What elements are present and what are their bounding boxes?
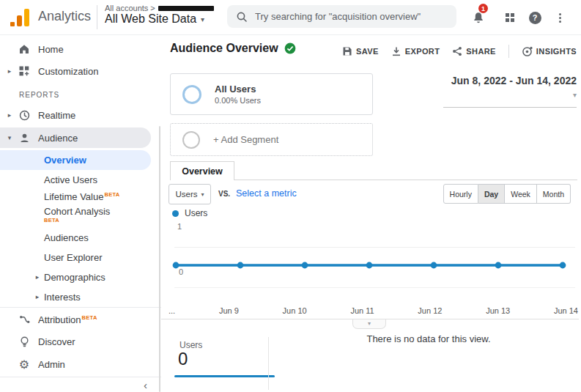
segment-detail: 0.00% Users [215, 96, 261, 105]
users-sparkline [174, 375, 275, 377]
vs-label: VS. [218, 190, 230, 198]
date-range-text: Jun 8, 2022 - Jun 14, 2022 [451, 75, 577, 86]
date-range-selector[interactable]: Jun 8, 2022 - Jun 14, 2022 ▾ [443, 74, 577, 108]
download-icon [391, 46, 401, 56]
sidebar-scrollbar[interactable] [159, 126, 160, 392]
product-name: Analytics [38, 9, 91, 24]
breadcrumb: All accounts > [105, 4, 214, 12]
sidebar-item-cohort-analysis[interactable]: Cohort Analysis BETA [0, 205, 151, 229]
property-selector[interactable]: All Web Site Data ▾ [105, 12, 204, 26]
sidebar-divider [0, 377, 161, 377]
sidebar-collapse-button[interactable]: ‹ [144, 379, 147, 391]
tab-overview[interactable]: Overview [170, 161, 234, 180]
chart-collapse-tab[interactable]: ▾ [352, 319, 386, 329]
x-axis-label: Jun 12 [418, 306, 442, 315]
sidebar-nav: Home ▸ Customization REPORTS ▸ [0, 35, 161, 392]
beta-badge: BETA [82, 314, 97, 321]
apps-menu-button[interactable] [501, 9, 519, 26]
more-options-button[interactable] [551, 9, 569, 26]
chevron-down-icon: ▾ [201, 191, 204, 198]
verified-check-icon [284, 42, 296, 54]
collapse-arrow-icon: ▾ [6, 134, 13, 141]
add-segment-label: + Add Segment [213, 134, 278, 145]
home-icon [18, 42, 31, 56]
segment-card-all-users[interactable]: All Users 0.00% Users [170, 73, 373, 115]
no-data-message: There is no data for this view. [341, 333, 517, 344]
gear-icon: ⚙ [18, 358, 31, 371]
x-axis-label: Jun 10 [283, 306, 307, 315]
add-segment-card[interactable]: + Add Segment [170, 123, 373, 156]
customization-icon [18, 64, 31, 78]
logo-bar-medium [17, 15, 22, 26]
y-axis-tick-0: 0 [179, 267, 183, 276]
sidebar-item-lifetime-value[interactable]: Lifetime ValueBETA [0, 186, 151, 207]
top-header: Analytics All accounts > All Web Site Da… [0, 0, 581, 35]
sidebar-item-realtime[interactable]: ▸ Realtime [0, 105, 151, 125]
attribution-route-icon [18, 313, 31, 326]
beta-badge: BETA [44, 217, 59, 223]
beta-badge: BETA [104, 191, 119, 198]
property-name: All Web Site Data [105, 12, 196, 26]
chevron-down-icon: ▾ [573, 91, 577, 99]
expand-arrow-icon: ▸ [34, 273, 41, 281]
segment-title: All Users [215, 84, 261, 95]
save-icon [342, 46, 352, 56]
x-axis-label: ... [169, 306, 175, 315]
x-axis-label: Jun 14 [554, 306, 578, 315]
page-title-row: Audience Overview [170, 42, 296, 55]
expand-arrow-icon: ▸ [6, 111, 13, 119]
report-actions: SAVE EXPORT SHARE [342, 45, 577, 58]
sidebar-item-audience[interactable]: ▾ Audience [0, 127, 151, 148]
granularity-week-button[interactable]: Week [505, 184, 537, 204]
redacted-account-name [158, 6, 214, 11]
reports-section-label: REPORTS [19, 91, 59, 99]
more-vert-icon [559, 12, 561, 24]
expand-arrow-icon: ▸ [34, 293, 41, 300]
apps-grid-icon [506, 13, 514, 22]
metric-dropdown[interactable]: Users ▾ [169, 184, 211, 204]
sidebar-item-home[interactable]: Home [0, 39, 151, 59]
add-segment-circle-icon [182, 131, 200, 149]
main-content: Audience Overview SAVE EXPORT [161, 35, 581, 392]
search-input[interactable] [255, 11, 448, 22]
sidebar-item-overview[interactable]: Overview [0, 150, 151, 170]
summary-value: 0 [178, 349, 188, 369]
x-axis-labels: ...Jun 9Jun 10Jun 11Jun 12Jun 13Jun 14 [169, 306, 578, 315]
sidebar-item-audiences[interactable]: Audiences [0, 227, 151, 248]
chart-legend: Users [172, 208, 207, 218]
granularity-month-button[interactable]: Month [537, 184, 571, 204]
sidebar-item-admin[interactable]: ⚙ Admin [0, 354, 151, 374]
lightbulb-icon [18, 335, 31, 348]
select-metric-link[interactable]: Select a metric [236, 188, 297, 199]
save-button[interactable]: SAVE [342, 46, 379, 56]
sidebar-divider [0, 307, 161, 308]
share-icon [452, 46, 462, 56]
share-button[interactable]: SHARE [452, 46, 496, 56]
person-icon [18, 131, 31, 144]
sidebar-item-user-explorer[interactable]: User Explorer [0, 247, 151, 267]
export-button[interactable]: EXPORT [391, 46, 440, 56]
segment-circle-icon [182, 85, 201, 104]
logo-dot [10, 22, 15, 26]
page-title: Audience Overview [170, 42, 278, 55]
granularity-day-button[interactable]: Day [478, 184, 505, 204]
clock-icon [18, 108, 31, 122]
sidebar-item-interests[interactable]: ▸ Interests [0, 286, 151, 307]
logo-bar-tall [24, 9, 29, 26]
sidebar-item-customization[interactable]: ▸ Customization [0, 61, 151, 81]
breadcrumb-label: All accounts > [105, 4, 155, 12]
notification-badge: 1 [478, 4, 488, 13]
x-axis-label: Jun 11 [350, 306, 374, 315]
analytics-app: Analytics All accounts > All Web Site Da… [0, 0, 581, 392]
sidebar-item-discover[interactable]: Discover [0, 331, 151, 352]
help-button[interactable]: ? [526, 9, 544, 26]
insights-button[interactable]: INSIGHTS [522, 46, 577, 57]
help-icon: ? [529, 12, 541, 24]
granularity-toggle: Hourly Day Week Month [443, 184, 571, 204]
analytics-logo-icon[interactable] [10, 8, 32, 27]
sidebar-item-attribution[interactable]: AttributionBETA [0, 309, 151, 330]
granularity-hourly-button[interactable]: Hourly [443, 184, 478, 204]
search-bar [227, 5, 456, 28]
users-line-chart[interactable] [170, 224, 569, 306]
sidebar-item-demographics[interactable]: ▸ Demographics [0, 267, 151, 287]
